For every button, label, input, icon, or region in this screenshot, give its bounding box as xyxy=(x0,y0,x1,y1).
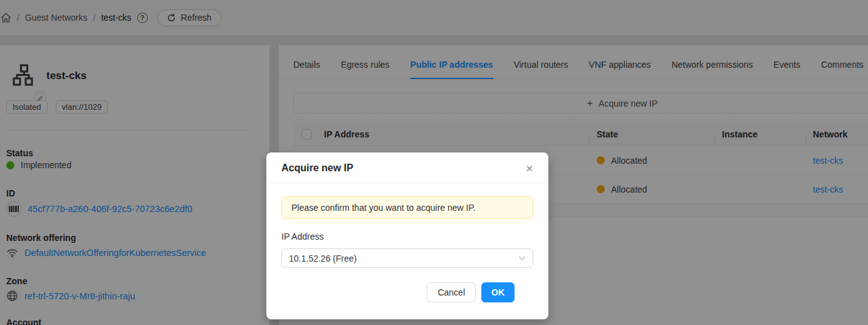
cancel-button[interactable]: Cancel xyxy=(427,282,476,302)
confirmation-alert: Please confirm that you want to acquire … xyxy=(281,196,533,219)
cloudstack-app: / Guest Networks / test-cks ? Refresh te… xyxy=(0,0,868,325)
ip-address-label: IP Address xyxy=(281,232,533,242)
dialog-title: Acquire new IP xyxy=(281,162,353,174)
chevron-down-icon xyxy=(518,256,526,261)
ip-address-selected-value: 10.1.52.26 (Free) xyxy=(289,253,357,264)
dialog-body: Please confirm that you want to acquire … xyxy=(266,183,548,302)
ok-button[interactable]: OK xyxy=(481,282,515,302)
dialog-header: Acquire new IP ✕ xyxy=(266,152,548,183)
acquire-new-ip-dialog: Acquire new IP ✕ Please confirm that you… xyxy=(266,152,548,319)
close-icon[interactable]: ✕ xyxy=(525,164,533,173)
dialog-footer: Cancel OK xyxy=(281,268,533,302)
ip-address-select[interactable]: 10.1.52.26 (Free) xyxy=(281,248,533,268)
